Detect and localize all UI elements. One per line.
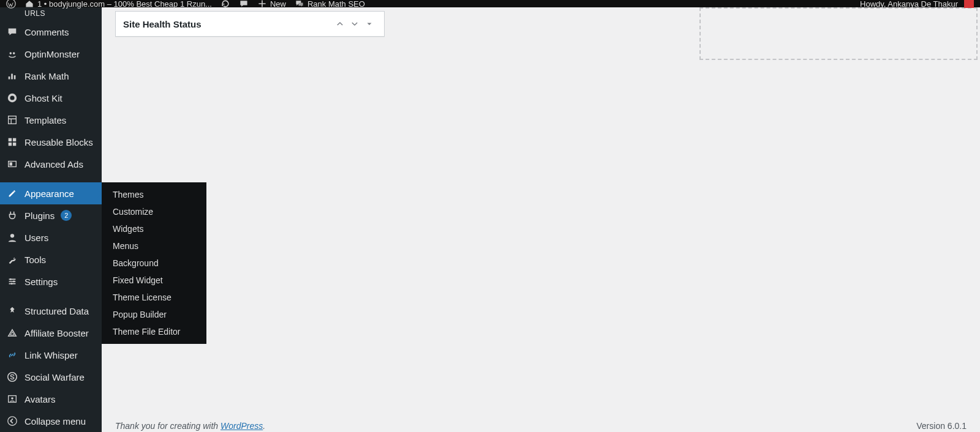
- submenu-item-theme-license[interactable]: Theme License: [102, 289, 206, 306]
- svg-point-2: [13, 52, 15, 54]
- svg-point-18: [11, 397, 13, 400]
- svg-rect-6: [9, 138, 12, 141]
- avatar-icon: [6, 393, 18, 405]
- topbar-site-name[interactable]: 1 • bodyjungle.com – 100% Best Cheap 1 R…: [24, 0, 212, 9]
- sidebar-item-label: Appearance: [24, 188, 74, 199]
- sidebar-item-avatars[interactable]: Avatars: [0, 388, 102, 410]
- chevron-up-icon: [336, 20, 344, 28]
- sidebar-separator: [0, 292, 102, 300]
- plug-icon: [6, 209, 18, 222]
- submenu-item-popup-builder[interactable]: Popup Builder: [102, 306, 206, 323]
- brush-icon: [6, 187, 18, 199]
- chat-icon: [295, 0, 304, 9]
- topbar-wp-logo[interactable]: [6, 0, 16, 9]
- svg-point-12: [10, 234, 14, 237]
- topbar-rankmath[interactable]: Rank Math SEO: [295, 0, 365, 9]
- site-name-text: 1 • bodyjungle.com – 100% Best Cheap 1 R…: [37, 0, 212, 9]
- comment-icon: [6, 26, 18, 38]
- chevron-down-icon: [350, 20, 359, 28]
- widget-move-down[interactable]: [347, 17, 362, 31]
- submenu-item-fixed-widget[interactable]: Fixed Widget: [102, 272, 206, 289]
- circle-g-icon: [6, 92, 18, 104]
- sidebar-item-advanced-ads[interactable]: Advanced Ads: [0, 153, 102, 175]
- sidebar-item-users[interactable]: Users: [0, 226, 102, 248]
- svg-rect-8: [9, 143, 12, 146]
- svg-point-1: [10, 52, 12, 54]
- collapse-label: Collapse menu: [24, 416, 86, 426]
- plus-icon: [257, 0, 267, 9]
- home-icon: [24, 0, 34, 9]
- sidebar-item-label: Tools: [24, 255, 46, 265]
- monster-icon: [6, 48, 18, 60]
- sidebar-item-optinmonster[interactable]: OptinMonster: [0, 43, 102, 65]
- user-icon: [6, 231, 18, 244]
- topbar-right: Howdy, Ankanya De Thakur: [860, 0, 974, 9]
- submenu-item-widgets[interactable]: Widgets: [102, 220, 206, 237]
- dashboard-dropzone[interactable]: [699, 7, 978, 60]
- sidebar-item-appearance[interactable]: Appearance: [0, 182, 102, 204]
- topbar-comments[interactable]: [239, 0, 249, 9]
- svg-point-0: [7, 0, 15, 8]
- topbar-left: 1 • bodyjungle.com – 100% Best Cheap 1 R…: [6, 0, 365, 9]
- topbar-rankmath-label: Rank Math SEO: [307, 0, 365, 9]
- chart-icon: [6, 70, 18, 82]
- footer-thanks: Thank you for creating with WordPress.: [115, 421, 265, 431]
- sidebar-item-label: Avatars: [24, 394, 56, 404]
- widget-move-up[interactable]: [333, 17, 347, 31]
- submenu-item-menus[interactable]: Menus: [102, 237, 206, 255]
- sidebar-item-label: Reusable Blocks: [24, 137, 93, 147]
- sidebar-item-settings[interactable]: Settings: [0, 270, 102, 292]
- sliders-icon: [6, 275, 18, 288]
- submenu-item-customize[interactable]: Customize: [102, 203, 206, 220]
- sidebar-item-link-whisper[interactable]: Link Whisper: [0, 344, 102, 366]
- sidebar-item-plugins[interactable]: Plugins2: [0, 204, 102, 226]
- submenu-item-theme-file-editor[interactable]: Theme File Editor: [102, 323, 206, 340]
- sidebar-item-label: Comments: [24, 27, 69, 37]
- svg-rect-5: [9, 116, 17, 124]
- sidebar-collapse[interactable]: Collapse menu: [0, 410, 102, 432]
- footer-version: Version 6.0.1: [916, 421, 967, 431]
- sidebar-item-templates[interactable]: Templates: [0, 109, 102, 131]
- footer-wordpress-link[interactable]: WordPress: [221, 421, 263, 431]
- link-icon: [6, 349, 18, 361]
- sidebar-item-structured-data[interactable]: Structured Data: [0, 300, 102, 322]
- sidebar-item-label: Link Whisper: [24, 350, 78, 360]
- sidebar-item-label: Plugins: [24, 210, 55, 221]
- triangle-icon: [6, 327, 18, 339]
- svg-point-19: [8, 417, 17, 425]
- sidebar-item-reusable-blocks[interactable]: Reusable Blocks: [0, 131, 102, 153]
- sidebar-item-social-warfare[interactable]: Social Warfare: [0, 366, 102, 388]
- sidebar-item-label: Advanced Ads: [24, 159, 83, 169]
- wrench-icon: [6, 253, 18, 266]
- blocks-icon: [6, 136, 18, 148]
- topbar-new-label: New: [270, 0, 286, 9]
- sidebar-item-label: Structured Data: [24, 306, 89, 316]
- wordpress-icon: [6, 0, 16, 9]
- layout-icon: [6, 114, 18, 126]
- sidebar-item-ghost-kit[interactable]: Ghost Kit: [0, 87, 102, 109]
- circle-s-icon: [6, 371, 18, 383]
- appearance-submenu: ThemesCustomizeWidgetsMenusBackgroundFix…: [102, 182, 206, 344]
- sidebar-item-rank-math[interactable]: Rank Math: [0, 65, 102, 87]
- submenu-item-background[interactable]: Background: [102, 255, 206, 272]
- svg-rect-9: [13, 143, 16, 146]
- sidebar-item-comments[interactable]: Comments: [0, 21, 102, 43]
- sidebar-item-tools[interactable]: Tools: [0, 248, 102, 270]
- widget-toggle[interactable]: [362, 17, 377, 31]
- submenu-item-themes[interactable]: Themes: [102, 186, 206, 203]
- topbar-new[interactable]: New: [257, 0, 286, 9]
- site-health-widget: Site Health Status: [115, 11, 385, 37]
- sidebar-item-label: Rank Math: [24, 71, 69, 81]
- pin-icon: [6, 305, 18, 317]
- sidebar-item-label: Settings: [24, 277, 58, 287]
- topbar-greeting[interactable]: Howdy, Ankanya De Thakur: [860, 0, 958, 9]
- sidebar-item-label: Ghost Kit: [24, 93, 62, 103]
- topbar-updates[interactable]: [221, 0, 230, 9]
- generic-icon: [6, 7, 18, 20]
- sidebar-item-cut[interactable]: URLs: [0, 7, 102, 21]
- notification-indicator[interactable]: [964, 0, 974, 8]
- comment-icon: [239, 0, 249, 9]
- main-content: Site Health Status Thank you for creatin…: [102, 7, 980, 432]
- sidebar-item-affiliate-booster[interactable]: Affiliate Booster: [0, 322, 102, 344]
- sidebar-badge: 2: [61, 210, 72, 221]
